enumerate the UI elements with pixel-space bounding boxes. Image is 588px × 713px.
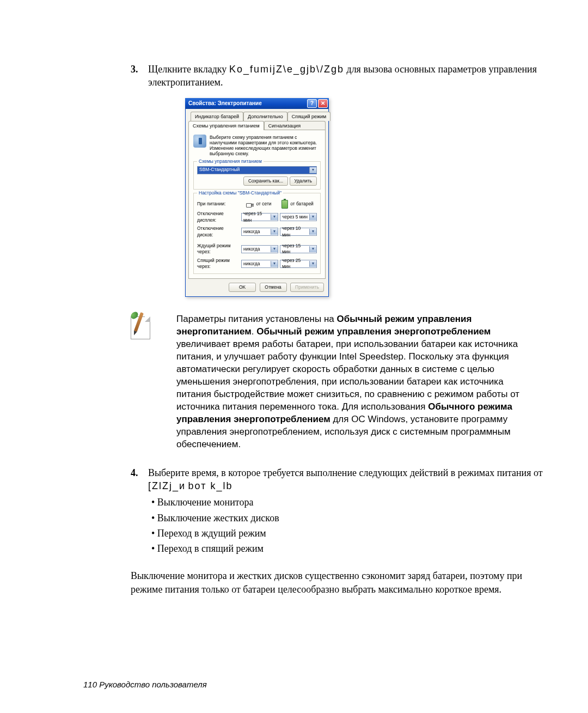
schemes-group: Схемы управления питанием SBM-Стандартны… [193, 161, 321, 190]
dialog-screenshot: Свойства: Электропитание ? ✕ Индикатор б… [185, 98, 544, 297]
standby-batt-select[interactable]: через 15 мин▾ [280, 245, 317, 253]
note-c: . [252, 326, 256, 337]
disks-off-batt-value: через 10 мин [282, 226, 309, 238]
disks-off-ac-select[interactable]: никогда▾ [241, 228, 278, 236]
standby-ac-value: никогда [243, 246, 260, 252]
source-battery: от батарей [278, 200, 317, 209]
tab-panel: Выберите схему управления питанием с наи… [188, 130, 326, 279]
tab-alarms[interactable]: Сигнализация [264, 121, 326, 130]
panel-description: Выберите схему управления питанием с наи… [193, 135, 321, 157]
dialog-body: Индикатор батарей Дополнительно Спящий р… [185, 109, 329, 297]
cancel-button[interactable]: Отмена [260, 283, 287, 292]
bullet-hibernate: Переход в спящий режим [151, 542, 544, 555]
step3-part-a: Щелкните вкладку [148, 64, 229, 75]
power-options-dialog: Свойства: Электропитание ? ✕ Индикатор б… [185, 98, 329, 297]
source-battery-text: от батарей [290, 201, 314, 207]
row-display-off: Отключение дисплея: через 15 мин▾ через … [197, 211, 317, 223]
row-disks-off-label: Отключение дисков: [197, 226, 240, 238]
step3-garbled: Ko_fumijZ\e_gjb\/Zgb [229, 64, 344, 75]
note-a: Параметры питания установлены на [176, 314, 337, 324]
display-off-batt-value: через 5 мин [282, 214, 308, 220]
plug-icon [246, 201, 254, 208]
tab-battery-indicator[interactable]: Индикатор батарей [191, 112, 243, 121]
chevron-down-icon: ▾ [271, 229, 278, 235]
scheme-buttons: Сохранить как... Удалить [197, 176, 317, 186]
chevron-down-icon: ▾ [271, 261, 278, 267]
step-4-number: 4. [131, 466, 148, 558]
row-disks-off: Отключение дисков: никогда▾ через 10 мин… [197, 226, 317, 238]
bullet-standby: Переход в ждущий режим [151, 527, 544, 540]
note: Параметры питания установлены на Обычный… [131, 313, 540, 450]
delete-button[interactable]: Удалить [290, 176, 317, 186]
hibernate-batt-select[interactable]: через 25 мин▾ [280, 260, 317, 268]
note-d: Обычный режим управления энергопотреблен… [256, 326, 491, 337]
save-as-button[interactable]: Сохранить как... [243, 176, 288, 186]
chevron-down-icon: ▾ [271, 246, 278, 252]
note-icon-wrap [131, 313, 163, 450]
chevron-down-icon: ▾ [309, 214, 316, 220]
chevron-down-icon: ▾ [309, 246, 316, 252]
dialog-title: Свойства: Электропитание [188, 100, 306, 107]
tab-hibernate[interactable]: Спящий режим [287, 112, 330, 121]
row-standby-label: Ждущий режим через: [197, 243, 240, 255]
step-3-text: Щелкните вкладку Ko_fumijZ\e_gjb\/Zgb дл… [148, 63, 544, 89]
help-button[interactable]: ? [307, 99, 317, 108]
step4-part-a: Выберите время, в которое требуется выпо… [148, 467, 543, 478]
power-icon [193, 135, 206, 148]
settings-group-legend: Настройка схемы "SBM-Стандартный" [197, 190, 283, 196]
hibernate-ac-value: никогда [243, 261, 260, 267]
chevron-down-icon: ▾ [309, 229, 316, 235]
tab-power-schemes[interactable]: Схемы управления питанием [188, 121, 264, 130]
display-off-ac-value: через 15 мин [243, 211, 271, 223]
source-ac: от сети [240, 201, 278, 208]
tabs-front-row: Схемы управления питанием Сигнализация [188, 121, 326, 130]
page-footer: 110 Руководство пользователя [83, 679, 207, 690]
note-text: Параметры питания установлены на Обычный… [176, 313, 540, 450]
apply-button[interactable]: Применить [290, 283, 324, 292]
battery-icon [281, 200, 288, 209]
hibernate-ac-select[interactable]: никогда▾ [241, 260, 278, 268]
step-3-number: 3. [131, 63, 148, 89]
chevron-down-icon: ▾ [271, 214, 278, 220]
row-standby: Ждущий режим через: никогда▾ через 15 ми… [197, 243, 317, 255]
display-off-ac-select[interactable]: через 15 мин▾ [241, 213, 278, 221]
row-hibernate-label: Спящий режим через: [197, 258, 240, 270]
paragraph-summary: Выключение монитора и жестких дисков сущ… [131, 569, 544, 596]
disks-off-ac-value: никогда [243, 229, 260, 235]
page: 3. Щелкните вкладку Ko_fumijZ\e_gjb\/Zgb… [0, 0, 588, 713]
scheme-select-value: SBM-Стандартный [199, 167, 240, 173]
source-label: При питании: [197, 201, 240, 207]
step4-garbled-2: bот k_lb [188, 480, 233, 491]
step-3: 3. Щелкните вкладку Ko_fumijZ\e_gjb\/Zgb… [131, 63, 544, 89]
tabs-back-row: Индикатор батарей Дополнительно Спящий р… [191, 112, 323, 121]
row-hibernate: Спящий режим через: никогда▾ через 25 ми… [197, 258, 317, 270]
step-4-bullets: Выключение монитора Выключение жестких д… [151, 496, 544, 555]
schemes-group-legend: Схемы управления питанием [197, 159, 264, 164]
tab-advanced[interactable]: Дополнительно [243, 112, 287, 121]
display-off-batt-select[interactable]: через 5 мин▾ [280, 213, 317, 221]
bullet-monitor-off: Выключение монитора [151, 496, 544, 509]
source-ac-text: от сети [256, 201, 271, 207]
note-e: увеличивает время работы батареи, при ис… [176, 339, 519, 412]
disks-off-batt-select[interactable]: через 10 мин▾ [280, 228, 317, 236]
row-display-off-label: Отключение дисплея: [197, 211, 240, 223]
note-icon [131, 314, 154, 339]
standby-batt-value: через 15 мин [282, 243, 309, 255]
dialog-titlebar: Свойства: Электропитание ? ✕ [185, 98, 329, 109]
scheme-select[interactable]: SBM-Стандартный ▾ [197, 166, 317, 174]
standby-ac-select[interactable]: никогда▾ [241, 245, 278, 253]
step-4: 4. Выберите время, в которое требуется в… [131, 466, 544, 558]
power-source-header: При питании: от сети от батарей [197, 200, 317, 209]
step-4-text: Выберите время, в которое требуется выпо… [148, 466, 544, 558]
settings-group: Настройка схемы "SBM-Стандартный" При пи… [193, 193, 321, 274]
chevron-down-icon: ▾ [309, 167, 316, 173]
panel-description-text: Выберите схему управления питанием с наи… [210, 135, 321, 157]
dialog-footer: OK Отмена Применить [188, 279, 326, 294]
ok-button[interactable]: OK [229, 283, 256, 292]
bullet-disks-off: Выключение жестких дисков [151, 511, 544, 525]
step4-garbled-1: [ZlZj_и [148, 480, 186, 491]
chevron-down-icon: ▾ [309, 261, 316, 267]
hibernate-batt-value: через 25 мин [282, 258, 309, 270]
close-button[interactable]: ✕ [318, 99, 328, 108]
